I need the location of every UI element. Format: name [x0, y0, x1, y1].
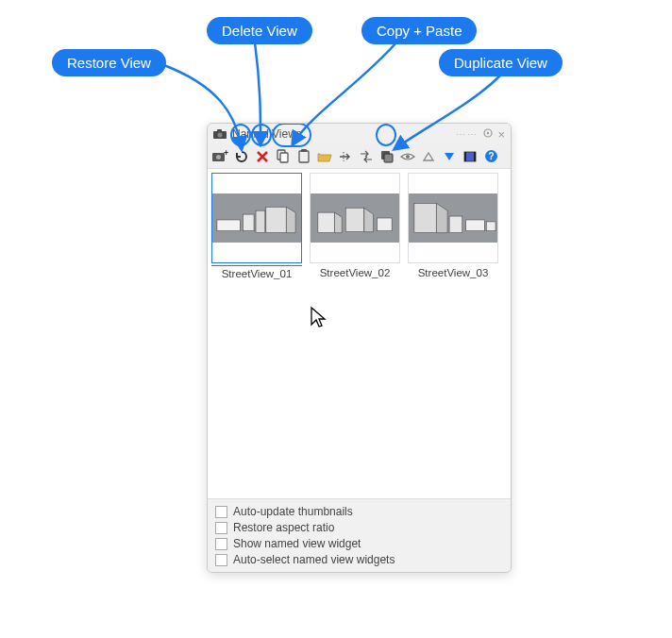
option-label: Auto-update thumbnails	[233, 505, 353, 518]
select-arrow-button[interactable]	[336, 147, 355, 166]
paste-button[interactable]	[294, 147, 313, 166]
svg-point-6	[216, 155, 221, 160]
panel-title: Named Views	[232, 127, 302, 141]
option-restore-aspect[interactable]: Restore aspect ratio	[215, 521, 503, 534]
option-show-widget[interactable]: Show named view widget	[215, 537, 503, 550]
gear-icon[interactable]	[482, 127, 494, 142]
close-icon[interactable]: ×	[497, 127, 505, 142]
view-thumbnail-image	[408, 173, 498, 263]
svg-point-4	[487, 131, 489, 133]
view-thumbnail-image	[211, 173, 302, 263]
callout-duplicate-view: Duplicate View	[439, 49, 563, 76]
panel-titlebar: Named Views ⋯⋯ ×	[208, 124, 511, 144]
svg-rect-23	[256, 210, 265, 233]
view-thumbnail[interactable]: StreetView_02	[310, 173, 400, 281]
option-auto-update[interactable]: Auto-update thumbnails	[215, 505, 503, 518]
named-views-panel: Named Views ⋯⋯ × +	[207, 123, 512, 573]
option-label: Restore aspect ratio	[233, 521, 334, 534]
svg-rect-31	[449, 216, 462, 233]
svg-rect-26	[318, 212, 335, 233]
copy-button[interactable]	[274, 147, 293, 166]
callout-restore-view: Restore View	[52, 49, 166, 76]
svg-rect-32	[466, 220, 485, 231]
svg-rect-10	[299, 151, 309, 162]
restore-view-button[interactable]	[232, 147, 251, 166]
animation-button[interactable]	[461, 147, 479, 166]
svg-rect-27	[345, 208, 364, 231]
svg-rect-24	[266, 207, 287, 232]
delete-view-button[interactable]	[253, 147, 272, 166]
view-thumbnail[interactable]: StreetView_01	[211, 173, 302, 281]
svg-rect-17	[474, 152, 476, 161]
panel-toolbar: +	[208, 144, 511, 169]
svg-rect-1	[217, 129, 222, 132]
svg-rect-30	[414, 203, 437, 232]
visibility-button[interactable]	[398, 147, 417, 166]
drag-dots-icon[interactable]: ⋯⋯	[456, 129, 479, 140]
duplicate-view-button[interactable]	[378, 147, 396, 166]
svg-rect-21	[217, 220, 240, 231]
checkbox[interactable]	[215, 554, 227, 566]
triangle-up-button[interactable]	[419, 147, 438, 166]
svg-rect-16	[464, 152, 466, 161]
view-thumbnail-label: StreetView_01	[211, 265, 302, 281]
option-label: Show named view widget	[233, 537, 361, 550]
view-thumbnail-label: StreetView_03	[408, 265, 498, 280]
svg-point-14	[406, 155, 410, 159]
svg-point-2	[218, 133, 223, 138]
view-thumbnail[interactable]: StreetView_03	[408, 173, 498, 281]
panel-options-footer: Auto-update thumbnails Restore aspect ra…	[208, 498, 511, 572]
open-button[interactable]	[315, 147, 334, 166]
callout-delete-view: Delete View	[207, 17, 312, 44]
svg-rect-33	[486, 222, 496, 231]
cursor-arrow-icon	[310, 306, 328, 334]
option-label: Auto-select named view widgets	[233, 553, 395, 566]
svg-rect-22	[243, 214, 254, 231]
view-thumbnail-image	[310, 173, 400, 263]
svg-rect-13	[384, 154, 393, 162]
callout-copy-paste: Copy + Paste	[361, 17, 477, 44]
svg-text:+: +	[224, 149, 228, 158]
triangle-down-button[interactable]	[440, 147, 459, 166]
view-thumbnail-label: StreetView_02	[310, 265, 400, 280]
checkbox[interactable]	[215, 506, 227, 518]
option-auto-select[interactable]: Auto-select named view widgets	[215, 553, 503, 566]
camera-icon	[213, 128, 228, 140]
svg-text:?: ?	[488, 151, 494, 161]
reflect-arrows-button[interactable]	[357, 147, 376, 166]
help-button[interactable]: ?	[481, 147, 500, 166]
svg-rect-9	[280, 153, 288, 162]
thumbnails-area: StreetView_01 StreetView_02	[208, 169, 511, 498]
checkbox[interactable]	[215, 538, 227, 550]
add-view-button[interactable]: +	[211, 147, 230, 166]
svg-rect-28	[378, 218, 393, 231]
svg-rect-11	[301, 149, 307, 152]
checkbox[interactable]	[215, 522, 227, 534]
